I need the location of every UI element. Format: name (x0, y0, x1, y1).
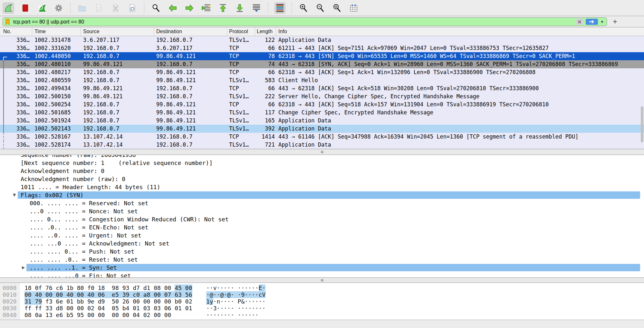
cell-dst: 192.168.0.7 (154, 141, 227, 149)
expand-toggle-icon[interactable]: ▶ (22, 264, 25, 272)
column-header-len[interactable]: Length (255, 27, 276, 36)
detail-line[interactable]: ...0 .... .... = Nonce: Not set (0, 207, 644, 215)
conversation-marker-icon (3, 57, 7, 60)
hex-row[interactable]: 002031 79 f3 6e 01 bb 9e d9 50 26 00 00 … (0, 298, 644, 305)
packet-row[interactable]: 336…1002.52816713.107.42.14192.168.0.7TC… (0, 133, 644, 141)
filter-bookmark-icon[interactable] (5, 19, 10, 25)
display-filter-input[interactable]: tcp.port == 80 || udp.port == 80 ▼ (3, 17, 607, 26)
detail-text: ...0 .... .... = Nonce: Not set (0, 207, 644, 215)
filter-dropdown-caret-icon[interactable]: ▼ (600, 20, 604, 24)
detail-line[interactable]: Acknowledgment number (raw): 0 (0, 175, 644, 183)
filter-apply-button[interactable] (586, 19, 598, 25)
pane-splitter-top[interactable] (0, 149, 644, 155)
column-header-dst[interactable]: Destination (154, 27, 227, 36)
go-forward-button[interactable] (184, 2, 195, 14)
auto-scroll-toggle-button[interactable] (251, 2, 262, 14)
go-back-button[interactable] (167, 2, 178, 14)
detail-line[interactable]: [Next sequence number: 1 (relative seque… (0, 159, 644, 167)
packet-row[interactable]: 336…1002.502143192.168.0.799.86.49.121TL… (0, 125, 644, 133)
packet-row[interactable]: 336…1002.500254192.168.0.799.86.49.121TC… (0, 101, 644, 109)
reload-capture-file-button[interactable] (127, 2, 138, 14)
packet-row[interactable]: 336…1002.480559192.168.0.799.86.49.121TL… (0, 76, 644, 84)
packet-row[interactable]: 336…1002.50015099.86.49.121192.168.0.7TL… (0, 92, 644, 101)
detail-line[interactable]: .... .... 0... = Push: Not set (0, 247, 644, 256)
open-capture-file-button[interactable] (76, 2, 88, 14)
column-header-time[interactable]: Time (32, 27, 81, 36)
resize-columns-button[interactable] (348, 2, 360, 14)
save-capture-file-button[interactable] (93, 2, 105, 14)
close-capture-file-button[interactable] (110, 2, 121, 14)
detail-line[interactable]: 000. .... .... = Reserved: Not set (0, 199, 644, 207)
filter-expression[interactable]: tcp.port == 80 || udp.port == 80 (13, 19, 576, 25)
conversation-marker-icon (3, 92, 7, 101)
filter-clear-button[interactable] (576, 19, 583, 25)
collapse-toggle-icon[interactable]: ▼ (13, 191, 16, 199)
hex-bytes: 00 40 00 00 40 00 40 06 e5 39 c0 a8 00 0… (24, 291, 192, 298)
find-packet-button[interactable] (150, 2, 162, 14)
hex-row[interactable]: 001000 40 00 00 40 00 40 06 e5 39 c0 a8 … (0, 291, 644, 298)
hex-row[interactable]: 0030ff ff 33 d8 00 00 02 04 05 b4 01 03 … (0, 305, 644, 312)
column-header-info[interactable]: Info (276, 27, 644, 36)
cell-dst: 99.86.49.121 (154, 52, 227, 60)
column-header-no[interactable]: No. (0, 27, 32, 36)
packet-row[interactable]: 336…1002.501685192.168.0.799.86.49.121TL… (0, 109, 644, 117)
packet-row[interactable]: 336…1002.3314783.6.207.117192.168.0.7TLS… (0, 36, 644, 44)
column-header-src[interactable]: Source (81, 27, 154, 36)
detail-line[interactable]: .... 0... .... = Congestion Window Reduc… (0, 215, 644, 223)
cell-src: 192.168.0.7 (81, 76, 154, 84)
cell-len: 122 (255, 36, 276, 44)
cell-src: 192.168.0.7 (81, 44, 154, 52)
cell-dst: 192.168.0.7 (154, 36, 227, 44)
cell-len: 1414 (255, 133, 276, 141)
packet-row[interactable]: 336…1002.52817413.107.42.14192.168.0.7TL… (0, 141, 644, 149)
packet-row[interactable]: 336…1002.448050192.168.0.799.86.49.121TC… (0, 52, 644, 60)
hex-row[interactable]: 000018 0f 76 c6 1b 80 f0 18 98 93 d7 d1 … (0, 285, 644, 291)
detail-line[interactable]: .... .... ...0 = Fin: Not set (0, 272, 644, 277)
zoom-out-button[interactable] (314, 2, 326, 14)
go-to-packet-button[interactable] (200, 2, 212, 14)
detail-line[interactable]: .... .... .0.. = Reset: Not set (0, 256, 644, 264)
detail-line[interactable]: ▶.... .... ..1. = Syn: Set (0, 264, 644, 272)
stop-capture-button[interactable] (19, 2, 31, 14)
restart-capture-button[interactable] (36, 2, 48, 14)
cell-proto: TLSv1… (227, 76, 255, 84)
hex-ascii: ·@··@·@· ·9····cV (206, 291, 265, 298)
detail-line[interactable]: 1011 .... = Header Length: 44 bytes (11) (0, 183, 644, 191)
start-capture-button[interactable] (3, 2, 14, 14)
hex-row[interactable]: 004008 0a 13 e6 b5 95 00 00 00 00 04 02 … (0, 312, 644, 318)
zoom-in-button[interactable] (298, 2, 309, 14)
packet-row[interactable]: 336…1002.48011099.86.49.121192.168.0.7TC… (0, 60, 644, 68)
pane-splitter-bottom[interactable] (0, 277, 644, 283)
filter-add-button[interactable]: + (611, 17, 619, 26)
resize-columns-icon (349, 4, 358, 13)
cell-dst: 99.86.49.121 (154, 117, 227, 125)
conversation-marker-icon (3, 133, 7, 141)
packet-row[interactable]: 336…1002.501924192.168.0.799.86.49.121TL… (0, 117, 644, 125)
go-to-first-packet-button[interactable] (217, 2, 229, 14)
detail-line[interactable]: ▼Flags: 0x002 (SYN) (0, 191, 644, 199)
detail-line[interactable]: .... ...0 .... = Acknowledgment: Not set (0, 239, 644, 247)
cell-src: 192.168.0.7 (81, 52, 154, 60)
stop-icon (21, 4, 30, 13)
packet-row[interactable]: 336…1002.480217192.168.0.799.86.49.121TC… (0, 68, 644, 76)
cell-len: 392 (255, 125, 276, 133)
cell-dst: 192.168.0.7 (154, 84, 227, 92)
cell-src: 13.107.42.14 (81, 141, 154, 149)
detail-line[interactable]: Acknowledgment number: 0 (0, 167, 644, 175)
packet-row[interactable]: 336…1002.49943499.86.49.121192.168.0.7TC… (0, 84, 644, 92)
detail-line[interactable]: .... ..0. .... = Urgent: Not set (0, 231, 644, 239)
go-to-last-packet-button[interactable] (234, 2, 245, 14)
cell-time: 1002.480110 (32, 60, 81, 68)
zoom-reset-button[interactable] (331, 2, 343, 14)
cell-no: 336… (0, 36, 32, 44)
packet-row[interactable]: 336…1002.331620192.168.0.73.6.207.117TCP… (0, 44, 644, 52)
cell-info: 62318 → 443 [ACK] Seq=518 Ack=157 Win=13… (276, 101, 644, 109)
packet-list-scrollbar-thumb[interactable] (641, 106, 643, 142)
detail-line[interactable]: .... .0.. .... = ECN-Echo: Not set (0, 223, 644, 231)
detail-line[interactable]: Sequence number (raw): 2665041958 (0, 155, 644, 159)
colorize-toggle-button[interactable] (274, 2, 286, 14)
capture-options-button[interactable] (53, 2, 64, 14)
hex-rows: 000018 0f 76 c6 1b 80 f0 18 98 93 d7 d1 … (0, 283, 644, 318)
cell-proto: TCP (227, 60, 255, 68)
column-header-proto[interactable]: Protocol (227, 27, 255, 36)
